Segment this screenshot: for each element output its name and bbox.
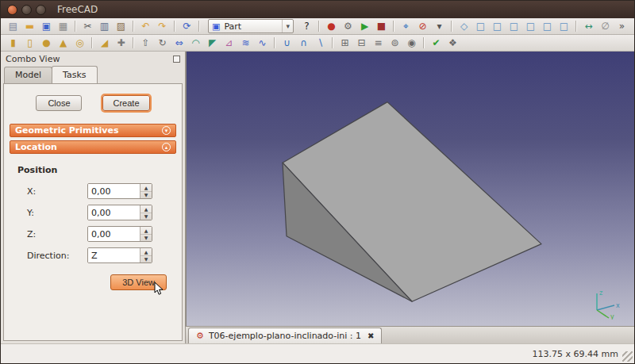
tab-model[interactable]: Model xyxy=(4,67,52,84)
titlebar[interactable]: FreeCAD xyxy=(1,1,634,18)
part-section-button[interactable]: ⊟ xyxy=(354,36,369,50)
section-location[interactable]: Location ▴ xyxy=(10,140,176,154)
part-common-button[interactable]: ∩ xyxy=(296,36,311,50)
part-torus-button[interactable]: ◎ xyxy=(72,36,87,50)
whatsthis-button[interactable]: ? xyxy=(299,19,314,33)
open-file-button[interactable]: ▬ xyxy=(22,19,37,33)
view-left-button[interactable]: □ xyxy=(556,19,572,33)
create-button[interactable]: Create xyxy=(102,95,149,111)
view-front-button[interactable]: □ xyxy=(473,19,488,33)
part-sweep-button[interactable]: ∿ xyxy=(255,36,270,50)
part-cone-button[interactable]: ▲ xyxy=(56,36,71,50)
part-check-geometry-button[interactable]: ✔ xyxy=(429,36,444,50)
direction-combo[interactable]: ▲▼ xyxy=(87,247,152,263)
z-spinbox-spin-buttons: ▲▼ xyxy=(140,227,152,241)
tab-tasks[interactable]: Tasks xyxy=(52,66,97,83)
window-close-button[interactable] xyxy=(7,5,17,15)
direction-combo-up-arrow[interactable]: ▲ xyxy=(140,248,152,255)
toolbar-separator xyxy=(133,21,134,32)
window-buttons xyxy=(7,5,46,15)
cut-button[interactable]: ✂ xyxy=(80,19,95,33)
macro-dialog-button[interactable]: ⚙ xyxy=(341,19,356,33)
undo-button[interactable]: ↶ xyxy=(138,19,153,33)
part-cut-button[interactable]: ∖ xyxy=(313,36,328,50)
macro-execute-button[interactable]: ▶ xyxy=(357,19,372,33)
x-spinbox-input[interactable] xyxy=(88,184,140,198)
paste-button[interactable]: ▨ xyxy=(114,19,129,33)
part-defeaturing-button[interactable]: ❖ xyxy=(445,36,460,50)
panel-float-button[interactable] xyxy=(173,56,180,63)
z-spinbox-row: Z:▲▼ xyxy=(27,226,178,242)
z-spinbox-up-arrow[interactable]: ▲ xyxy=(140,227,152,234)
y-spinbox-down-arrow[interactable]: ▼ xyxy=(140,213,152,220)
print-button[interactable]: ▦ xyxy=(56,19,71,33)
view-axonometric-button[interactable]: ◇ xyxy=(456,19,471,33)
part-compound-button[interactable]: ⊞ xyxy=(337,36,352,50)
part-shapebuilder-button[interactable]: ✚ xyxy=(114,36,129,50)
save-button[interactable]: ▣ xyxy=(39,19,54,33)
macro-record-button[interactable]: ● xyxy=(324,19,339,33)
part-offset-button[interactable]: ⊚ xyxy=(387,36,402,50)
tab-close-icon[interactable]: ✖ xyxy=(368,331,374,340)
z-spinbox-input[interactable] xyxy=(88,227,140,241)
x-spinbox-up-arrow[interactable]: ▲ xyxy=(140,184,152,191)
view-right-button[interactable]: □ xyxy=(506,19,521,33)
refresh-button[interactable]: ⟳ xyxy=(179,19,194,33)
macro-stop-button[interactable]: ■ xyxy=(374,19,389,33)
draw-style-button[interactable]: ⊘ xyxy=(415,19,430,33)
x-spinbox-row: X:▲▼ xyxy=(27,183,178,199)
view-top-button[interactable]: □ xyxy=(490,19,505,33)
y-spinbox-up-arrow[interactable]: ▲ xyxy=(140,205,152,213)
part-fillet-button[interactable]: ◠ xyxy=(188,36,203,50)
wedge-top-face[interactable] xyxy=(283,102,541,302)
x-spinbox[interactable]: ▲▼ xyxy=(87,183,152,199)
part-sphere-button[interactable]: ● xyxy=(39,36,54,50)
view-rear-button[interactable]: □ xyxy=(523,19,538,33)
axis-indicator: z x y xyxy=(588,286,623,320)
part-revolve-button[interactable]: ↻ xyxy=(155,36,170,50)
chevron-down-icon[interactable]: ▾ xyxy=(162,126,171,135)
y-spinbox[interactable]: ▲▼ xyxy=(87,205,152,220)
part-primitives-button[interactable]: ◢ xyxy=(97,36,112,50)
part-extrude-button[interactable]: ⇧ xyxy=(138,36,153,50)
part-thickness-button[interactable]: ◉ xyxy=(404,36,419,50)
direction-combo-input[interactable] xyxy=(88,248,140,262)
z-spinbox[interactable]: ▲▼ xyxy=(87,226,152,242)
part-loft-button[interactable]: ≋ xyxy=(238,36,253,50)
part-cylinder-button[interactable]: ▯ xyxy=(22,36,37,50)
y-spinbox-input[interactable] xyxy=(88,205,140,220)
view-bottom-button[interactable]: □ xyxy=(540,19,555,33)
part-box-button[interactable]: ▮ xyxy=(6,36,21,50)
z-spinbox-down-arrow[interactable]: ▼ xyxy=(140,234,152,242)
document-tab[interactable]: ⚙ T06-ejemplo-plano-inclinado-ini : 1 ✖ xyxy=(188,328,382,343)
copy-button[interactable]: ▥ xyxy=(97,19,112,33)
part-cross-sections-button[interactable]: ≡ xyxy=(371,36,386,50)
direction-combo-down-arrow[interactable]: ▼ xyxy=(140,255,152,263)
part-mirror-button[interactable]: ⇔ xyxy=(171,36,187,50)
workbench-value: Part xyxy=(224,21,241,32)
part-ruled-surface-button[interactable]: ⊿ xyxy=(221,36,237,50)
window-title: FreeCAD xyxy=(57,4,98,15)
measure-clear-button[interactable]: ∅ xyxy=(598,19,613,33)
close-button[interactable]: Close xyxy=(36,95,82,111)
new-file-button[interactable]: ▤ xyxy=(6,19,21,33)
window-minimize-button[interactable] xyxy=(21,5,32,15)
3d-view-button[interactable]: 3D View xyxy=(110,274,167,290)
window-maximize-button[interactable] xyxy=(36,5,46,15)
chevron-up-icon[interactable]: ▴ xyxy=(162,143,171,151)
section-geometric-primitives[interactable]: Geometric Primitives ▾ xyxy=(10,124,176,137)
part-union-button[interactable]: ∪ xyxy=(279,36,294,50)
3d-viewport[interactable]: z x y xyxy=(186,52,634,326)
x-spinbox-down-arrow[interactable]: ▼ xyxy=(140,191,152,199)
measure-distance-button[interactable]: ↔ xyxy=(581,19,596,33)
draw-style-dropdown-arrow[interactable]: ▾ xyxy=(432,19,447,33)
workbench-dropdown-arrow[interactable]: ▾ xyxy=(282,20,290,33)
wedge-object[interactable] xyxy=(187,52,634,326)
workbench-selector[interactable]: ▣ Part ▾ xyxy=(208,19,294,33)
zoom-fit-all-button[interactable]: ⌖ xyxy=(398,19,414,33)
redo-button[interactable]: ↷ xyxy=(155,19,170,33)
part-chamfer-button[interactable]: ◤ xyxy=(205,36,220,50)
statusbar: 113.75 x 69.44 mm xyxy=(1,343,634,363)
toolbar-overflow-button[interactable]: » xyxy=(614,19,629,33)
resize-grip[interactable] xyxy=(622,351,633,362)
